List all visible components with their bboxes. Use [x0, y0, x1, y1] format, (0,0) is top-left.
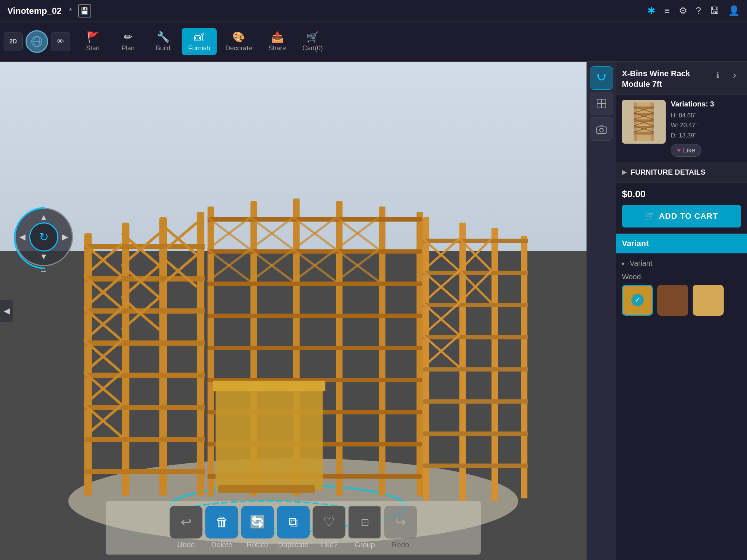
variant-tab-bar[interactable]: Variant [616, 234, 747, 253]
tool-grid[interactable] [590, 92, 613, 115]
zoom-out-icon[interactable]: − [41, 265, 47, 277]
wood-swatch-oak[interactable]: ✓ [622, 285, 653, 316]
variations-label: Variations: 3 [671, 100, 741, 108]
rotate-button[interactable]: 🔄 Rotate [241, 506, 274, 549]
tool-camera[interactable] [590, 117, 613, 141]
svg-rect-75 [423, 271, 528, 275]
delete-icon: 🗑 [205, 506, 238, 538]
tool-magnet[interactable] [590, 66, 613, 90]
nav-step-build[interactable]: 🔧 Build [147, 28, 179, 55]
nav-step-plan[interactable]: ✏ Plan [112, 28, 144, 55]
viewport[interactable]: ◀ + ▲ ▼ ◀ ▶ ↻ − ↩ Undo 🗑 [0, 62, 587, 560]
add-to-cart-button[interactable]: 🛒 ADD TO CART [622, 205, 741, 228]
svg-rect-15 [84, 437, 205, 442]
side-toolbar [587, 62, 616, 560]
view-eye-button[interactable]: 👁 [51, 32, 70, 51]
undo-icon: ↩ [170, 506, 202, 538]
svg-rect-70 [423, 217, 429, 501]
product-thumbnail [622, 100, 666, 144]
wood-swatch-walnut[interactable] [657, 285, 688, 316]
svg-rect-74 [423, 239, 528, 243]
compass-outer[interactable]: ▲ ▼ ◀ ▶ ↻ [15, 208, 73, 266]
bottom-action-bar: ↩ Undo 🗑 Delete 🔄 Rotate ⧉ Duplicate ♡ L… [170, 506, 417, 549]
like-button-panel[interactable]: ♥ Like [671, 144, 701, 157]
help-icon[interactable]: ? [696, 5, 701, 16]
svg-rect-77 [423, 335, 528, 339]
menu-icon[interactable]: ≡ [664, 5, 670, 16]
like-btn-label: Like [683, 147, 695, 154]
user-icon[interactable]: 👤 [728, 5, 740, 16]
grid-icon [596, 98, 607, 109]
variant-section: ▸ ·Variant Wood· ✓ [616, 253, 747, 322]
info-icon[interactable]: ℹ [711, 69, 724, 82]
svg-rect-47 [208, 281, 422, 286]
furniture-details-accordion[interactable]: ▶ FURNITURE DETAILS [616, 162, 747, 183]
modified-indicator: * [69, 6, 72, 16]
svg-rect-49 [208, 346, 422, 350]
view-2d-button[interactable]: 2D [4, 32, 23, 51]
snowflake-icon[interactable]: ✱ [647, 5, 655, 16]
variant-sub-header: ▸ ·Variant [622, 259, 741, 268]
panel-header-icons: ℹ › [711, 69, 741, 82]
group-button[interactable]: ⊡ Group [348, 506, 381, 549]
nav-step-share[interactable]: 📤 Share [261, 28, 294, 55]
svg-rect-104 [602, 104, 606, 108]
plan-icon: ✏ [124, 31, 132, 43]
camera-icon [596, 124, 607, 134]
nav-step-start[interactable]: 🚩 Start [77, 28, 109, 55]
group-label: Group [355, 541, 375, 549]
svg-rect-102 [602, 99, 606, 103]
nav-step-cart[interactable]: 🛒 Cart(0) [296, 28, 329, 55]
svg-rect-103 [597, 104, 601, 108]
svg-rect-72 [491, 228, 498, 501]
right-panel: X-Bins Wine Rack Module 7ft ℹ › [616, 62, 747, 560]
svg-rect-105 [597, 127, 606, 133]
top-bar-icons: ✱ ≡ ⚙ ? 🖫 👤 [647, 5, 740, 16]
delete-button[interactable]: 🗑 Delete [205, 506, 238, 549]
build-label: Build [156, 44, 170, 52]
duplicate-button[interactable]: ⧉ Duplicate [277, 506, 310, 549]
cart-btn-icon: 🛒 [645, 211, 655, 221]
nav-step-decorate[interactable]: 🎨 Decorate [219, 28, 259, 55]
svg-rect-14 [84, 405, 205, 410]
like-label: Like? [320, 541, 338, 549]
svg-rect-95 [213, 381, 325, 391]
viewport-left-arrow[interactable]: ◀ [0, 300, 13, 322]
like-button[interactable]: ♡ Like? [313, 506, 345, 549]
product-depth: D: 13.39" [671, 131, 741, 140]
share-label: Share [268, 44, 286, 52]
share-icon: 📤 [271, 31, 284, 43]
decorate-icon: 🎨 [232, 31, 245, 43]
compass-down[interactable]: ▼ [40, 252, 48, 261]
wine-rack-svg [0, 62, 587, 560]
view-controls: 2D 👁 [4, 30, 70, 53]
svg-rect-13 [84, 373, 205, 378]
furniture-details-label: FURNITURE DETAILS [631, 168, 705, 176]
save-icon[interactable]: 💾 [78, 4, 91, 18]
svg-rect-12 [84, 341, 205, 346]
magnet-icon [596, 73, 607, 83]
view-3d-button[interactable] [26, 30, 48, 53]
save2-icon[interactable]: 🖫 [710, 5, 719, 16]
heart-icon: ♥ [677, 147, 681, 154]
svg-rect-8 [197, 212, 205, 495]
panel-nav-icon[interactable]: › [728, 69, 741, 82]
wood-options: ✓ [622, 285, 741, 316]
nav-step-furnish[interactable]: 🛋 Furnish [182, 28, 217, 55]
zoom-in-icon[interactable]: + [41, 197, 47, 209]
settings-icon[interactable]: ⚙ [679, 5, 687, 16]
cart-label: Cart(0) [302, 44, 323, 52]
furnish-label: Furnish [188, 44, 210, 52]
compass-up[interactable]: ▲ [40, 213, 48, 222]
rotate-label: Rotate [247, 541, 268, 549]
redo-button[interactable]: ↪ Redo [384, 506, 417, 549]
compass-left[interactable]: ◀ [19, 232, 26, 242]
svg-rect-96 [218, 485, 314, 493]
undo-button[interactable]: ↩ Undo [170, 506, 202, 549]
start-label: Start [86, 44, 100, 52]
svg-rect-100 [604, 74, 605, 77]
duplicate-label: Duplicate [278, 541, 308, 549]
compass[interactable]: + ▲ ▼ ◀ ▶ ↻ − [15, 208, 73, 266]
wood-swatch-maple[interactable] [693, 285, 724, 316]
compass-right[interactable]: ▶ [62, 232, 68, 242]
